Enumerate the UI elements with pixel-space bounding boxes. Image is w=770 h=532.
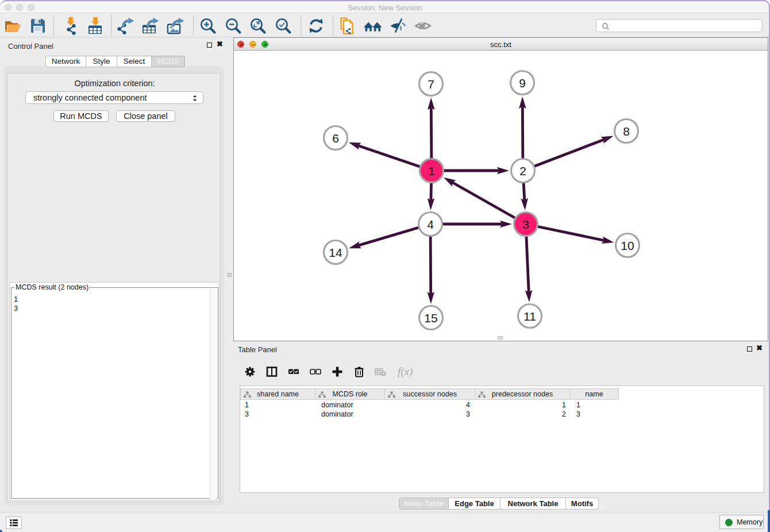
svg-text:3: 3 [522,218,529,231]
svg-text:14: 14 [329,246,342,259]
svg-text:9: 9 [519,76,526,90]
svg-text:2: 2 [519,164,526,178]
svg-text:7: 7 [428,78,434,91]
svg-text:4: 4 [427,218,434,231]
svg-text:6: 6 [332,132,339,145]
svg-text:10: 10 [621,239,634,252]
svg-text:15: 15 [424,311,437,325]
svg-text:1: 1 [428,164,435,178]
svg-text:f(x): f(x) [398,365,413,378]
svg-text:11: 11 [523,310,536,323]
svg-text:8: 8 [623,125,630,138]
